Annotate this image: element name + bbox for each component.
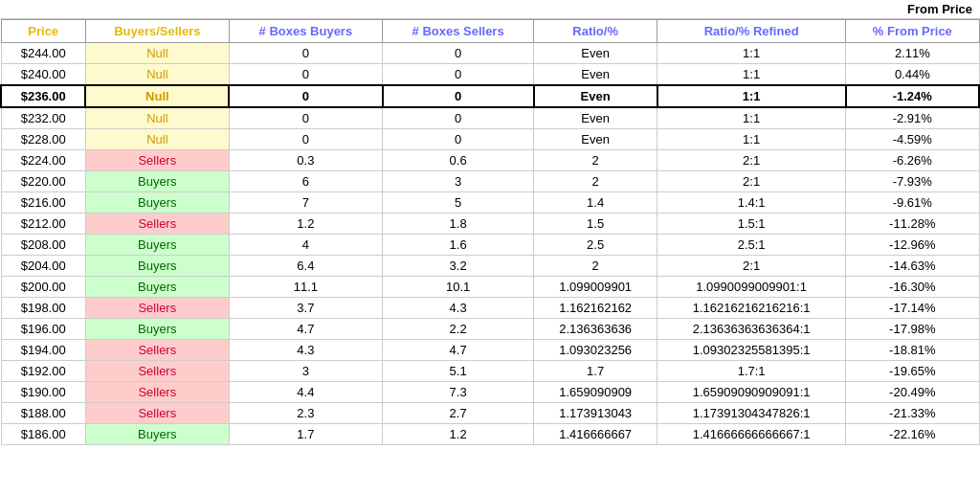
cell-ratio: 1.659090909 bbox=[534, 382, 657, 403]
cell-price: $200.00 bbox=[1, 277, 85, 298]
cell-price: $204.00 bbox=[1, 256, 85, 277]
cell-boxes-sellers: 2.2 bbox=[383, 319, 534, 340]
cell-boxes-buyers: 0 bbox=[229, 85, 382, 107]
cell-from-price: -20.49% bbox=[846, 382, 979, 403]
cell-ratio: 1.416666667 bbox=[534, 424, 657, 445]
cell-from-price: -22.16% bbox=[846, 424, 979, 445]
cell-ratio: 1.162162162 bbox=[534, 298, 657, 319]
cell-boxes-buyers: 4 bbox=[229, 235, 382, 256]
cell-boxes-buyers: 0 bbox=[229, 107, 382, 129]
col-header-buyers-sellers: Buyers/Sellers bbox=[85, 20, 229, 43]
cell-boxes-sellers: 3 bbox=[383, 171, 534, 192]
cell-price: $188.00 bbox=[1, 403, 85, 424]
table-row: $198.00Sellers3.74.31.1621621621.1621621… bbox=[1, 298, 979, 319]
cell-price: $224.00 bbox=[1, 150, 85, 171]
cell-ratio: 2.136363636 bbox=[534, 319, 657, 340]
cell-boxes-buyers: 1.7 bbox=[229, 424, 382, 445]
cell-ratio: 2.5 bbox=[534, 235, 657, 256]
cell-ratio: 1.173913043 bbox=[534, 403, 657, 424]
cell-boxes-sellers: 1.2 bbox=[383, 424, 534, 445]
cell-price: $194.00 bbox=[1, 340, 85, 361]
table-row: $244.00Null00Even1:12.11% bbox=[1, 43, 979, 64]
cell-buyers-sellers: Buyers bbox=[85, 235, 229, 256]
cell-boxes-buyers: 6 bbox=[229, 171, 382, 192]
cell-from-price: -19.65% bbox=[846, 361, 979, 382]
table-row: $224.00Sellers0.30.622:1-6.26% bbox=[1, 150, 979, 171]
cell-buyers-sellers: Buyers bbox=[85, 277, 229, 298]
table-row: $196.00Buyers4.72.22.1363636362.13636363… bbox=[1, 319, 979, 340]
cell-buyers-sellers: Sellers bbox=[85, 361, 229, 382]
cell-from-price: -9.61% bbox=[846, 192, 979, 214]
cell-from-price: -21.33% bbox=[846, 403, 979, 424]
cell-boxes-sellers: 7.3 bbox=[383, 382, 534, 403]
cell-boxes-buyers: 2.3 bbox=[229, 403, 382, 424]
cell-price: $244.00 bbox=[1, 43, 85, 64]
cell-ratio-refined: 1.5:1 bbox=[657, 214, 846, 235]
cell-ratio-refined: 1.4:1 bbox=[657, 192, 846, 214]
cell-boxes-buyers: 4.4 bbox=[229, 382, 382, 403]
cell-ratio-refined: 1:1 bbox=[657, 129, 846, 150]
cell-buyers-sellers: Buyers bbox=[85, 319, 229, 340]
cell-boxes-sellers: 0 bbox=[383, 43, 534, 64]
table-row: $228.00Null00Even1:1-4.59% bbox=[1, 129, 979, 150]
cell-boxes-sellers: 1.6 bbox=[383, 235, 534, 256]
top-bar: From Price bbox=[0, 0, 980, 19]
col-header-ratio: Ratio/% bbox=[534, 20, 657, 43]
table-row: $208.00Buyers41.62.52.5:1-12.96% bbox=[1, 235, 979, 256]
table-row: $204.00Buyers6.43.222:1-14.63% bbox=[1, 256, 979, 277]
cell-buyers-sellers: Sellers bbox=[85, 340, 229, 361]
cell-boxes-sellers: 5 bbox=[383, 192, 534, 214]
col-header-boxes-sellers: # Boxes Sellers bbox=[383, 20, 534, 43]
cell-from-price: -17.14% bbox=[846, 298, 979, 319]
cell-from-price: -14.63% bbox=[846, 256, 979, 277]
cell-ratio-refined: 1.7:1 bbox=[657, 361, 846, 382]
cell-boxes-sellers: 0 bbox=[383, 107, 534, 129]
cell-buyers-sellers: Sellers bbox=[85, 298, 229, 319]
cell-ratio-refined: 1.0990099009901:1 bbox=[657, 277, 846, 298]
cell-ratio-refined: 1:1 bbox=[657, 43, 846, 64]
cell-price: $186.00 bbox=[1, 424, 85, 445]
cell-price: $236.00 bbox=[1, 85, 85, 107]
cell-buyers-sellers: Null bbox=[85, 107, 229, 129]
cell-buyers-sellers: Buyers bbox=[85, 192, 229, 214]
cell-ratio: 1.4 bbox=[534, 192, 657, 214]
cell-ratio-refined: 1.17391304347826:1 bbox=[657, 403, 846, 424]
cell-price: $196.00 bbox=[1, 319, 85, 340]
cell-price: $212.00 bbox=[1, 214, 85, 235]
cell-boxes-buyers: 1.2 bbox=[229, 214, 382, 235]
cell-boxes-sellers: 10.1 bbox=[383, 277, 534, 298]
cell-price: $198.00 bbox=[1, 298, 85, 319]
cell-buyers-sellers: Buyers bbox=[85, 424, 229, 445]
table-row: $188.00Sellers2.32.71.1739130431.1739130… bbox=[1, 403, 979, 424]
cell-price: $220.00 bbox=[1, 171, 85, 192]
cell-buyers-sellers: Sellers bbox=[85, 403, 229, 424]
table-row: $200.00Buyers11.110.11.0990099011.099009… bbox=[1, 277, 979, 298]
cell-boxes-buyers: 3 bbox=[229, 361, 382, 382]
cell-ratio-refined: 2.5:1 bbox=[657, 235, 846, 256]
cell-ratio: 2 bbox=[534, 256, 657, 277]
cell-buyers-sellers: Null bbox=[85, 43, 229, 64]
cell-boxes-buyers: 0 bbox=[229, 43, 382, 64]
cell-ratio-refined: 1.09302325581395:1 bbox=[657, 340, 846, 361]
cell-ratio: Even bbox=[534, 43, 657, 64]
table-row: $194.00Sellers4.34.71.0930232561.0930232… bbox=[1, 340, 979, 361]
cell-boxes-sellers: 3.2 bbox=[383, 256, 534, 277]
cell-price: $208.00 bbox=[1, 235, 85, 256]
cell-ratio: 2 bbox=[534, 150, 657, 171]
cell-boxes-buyers: 3.7 bbox=[229, 298, 382, 319]
cell-boxes-buyers: 7 bbox=[229, 192, 382, 214]
cell-ratio-refined: 1.41666666666667:1 bbox=[657, 424, 846, 445]
cell-boxes-sellers: 0 bbox=[383, 64, 534, 86]
table-row: $192.00Sellers35.11.71.7:1-19.65% bbox=[1, 361, 979, 382]
cell-ratio-refined: 1.16216216216216:1 bbox=[657, 298, 846, 319]
cell-price: $190.00 bbox=[1, 382, 85, 403]
table-row: $216.00Buyers751.41.4:1-9.61% bbox=[1, 192, 979, 214]
cell-from-price: 2.11% bbox=[846, 43, 979, 64]
cell-buyers-sellers: Null bbox=[85, 64, 229, 86]
cell-boxes-sellers: 4.7 bbox=[383, 340, 534, 361]
table-row: $240.00Null00Even1:10.44% bbox=[1, 64, 979, 86]
cell-ratio-refined: 1:1 bbox=[657, 107, 846, 129]
cell-buyers-sellers: Sellers bbox=[85, 150, 229, 171]
cell-from-price: -16.30% bbox=[846, 277, 979, 298]
cell-boxes-buyers: 0 bbox=[229, 64, 382, 86]
